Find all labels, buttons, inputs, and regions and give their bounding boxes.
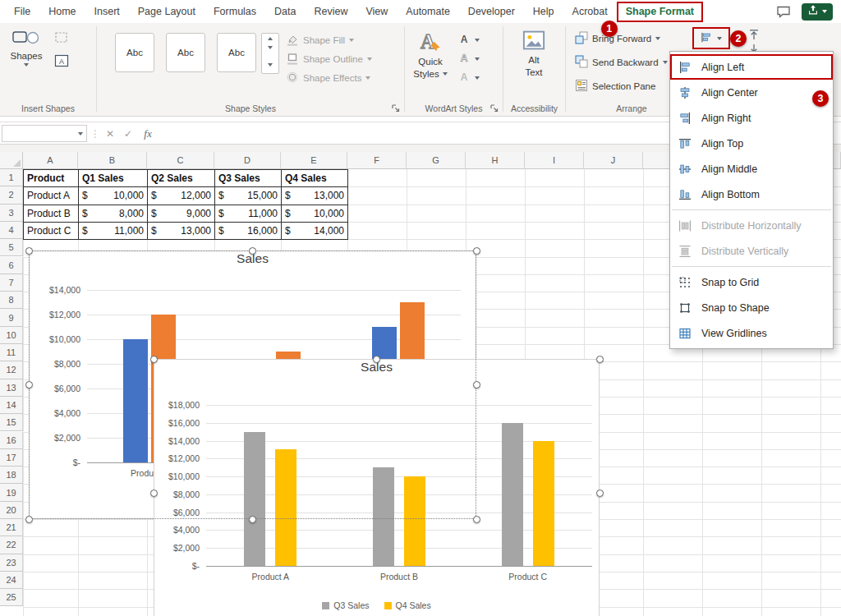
cell-E1[interactable]: Q4 Sales <box>282 170 348 187</box>
cell-D1[interactable]: Q3 Sales <box>215 170 282 187</box>
row-header-6[interactable]: 6 <box>0 257 23 274</box>
dialog-launcher-icon[interactable] <box>488 102 499 113</box>
ribbon-tab-automate[interactable]: Automate <box>397 2 459 22</box>
ribbon-tab-acrobat[interactable]: Acrobat <box>563 2 617 22</box>
menu-item-align-center[interactable]: Align Center <box>670 80 833 105</box>
row-header-18[interactable]: 18 <box>0 467 23 484</box>
ribbon-tab-formulas[interactable]: Formulas <box>205 2 265 22</box>
cell-B4[interactable]: $11,000 <box>79 223 148 240</box>
cell-A4[interactable]: Product C <box>24 223 79 240</box>
cell-A3[interactable]: Product B <box>24 205 79 223</box>
row-header-9[interactable]: 9 <box>0 309 23 326</box>
insert-function-button[interactable]: fx <box>138 125 158 142</box>
text-outline-button[interactable]: A <box>457 50 480 67</box>
cell-C1[interactable]: Q2 Sales <box>148 170 215 187</box>
selection-handle-chart-1[interactable] <box>25 381 33 388</box>
selection-handle-chart-2[interactable] <box>150 356 158 363</box>
comments-button[interactable] <box>774 3 793 20</box>
cell-B1[interactable]: Q1 Sales <box>79 170 148 187</box>
ribbon-tab-insert[interactable]: Insert <box>85 2 129 22</box>
menu-item-align-left[interactable]: Align Left <box>670 54 833 80</box>
menu-item-align-top[interactable]: Align Top <box>670 131 833 156</box>
align-objects-button[interactable] <box>695 30 728 47</box>
shapes-button[interactable]: Shapes <box>5 29 48 67</box>
gallery-scroll[interactable] <box>261 33 279 74</box>
cell-A2[interactable]: Product A <box>24 187 79 205</box>
cell-D3[interactable]: $11,000 <box>215 205 282 223</box>
selection-handle-chart-1[interactable] <box>249 247 256 255</box>
chart-2[interactable]: Sales$-$2,000$4,000$6,000$8,000$10,000$1… <box>154 359 600 616</box>
column-header-G[interactable]: G <box>407 152 466 169</box>
cancel-button[interactable]: ✕ <box>102 125 118 142</box>
cell-C4[interactable]: $13,000 <box>148 223 215 240</box>
ribbon-tab-review[interactable]: Review <box>305 2 356 22</box>
row-header-20[interactable]: 20 <box>0 502 23 519</box>
ribbon-tab-page-layout[interactable]: Page Layout <box>129 2 205 22</box>
column-header-B[interactable]: B <box>78 152 147 169</box>
bar-product-c-q4-sales[interactable] <box>533 441 554 566</box>
bring-forward-button[interactable]: Bring Forward <box>575 30 660 47</box>
row-header-24[interactable]: 24 <box>0 572 23 589</box>
selection-handle-chart-2[interactable] <box>150 490 158 497</box>
cell-E2[interactable]: $13,000 <box>282 187 348 205</box>
cell-A1[interactable]: Product <box>24 170 79 187</box>
menu-item-snap-to-shape[interactable]: Snap to Shape <box>670 295 833 320</box>
row-header-19[interactable]: 19 <box>0 484 23 501</box>
bar-product-a-q4-sales[interactable] <box>275 449 296 566</box>
cell-D4[interactable]: $16,000 <box>215 223 282 240</box>
ribbon-tab-shape-format[interactable]: Shape Format1 <box>617 2 703 22</box>
row-header-5[interactable]: 5 <box>0 239 23 256</box>
alt-text-button[interactable]: Alt Text <box>515 30 553 77</box>
cell-E3[interactable]: $10,000 <box>282 205 348 223</box>
column-header-D[interactable]: D <box>214 152 281 169</box>
menu-item-snap-to-grid[interactable]: Snap to Grid <box>670 269 833 295</box>
bar-product-c-q3-sales[interactable] <box>502 423 523 566</box>
row-header-1[interactable]: 1 <box>0 169 23 186</box>
gallery-more-icon[interactable] <box>268 55 273 70</box>
column-header-I[interactable]: I <box>525 152 584 169</box>
row-header-15[interactable]: 15 <box>0 414 23 431</box>
selection-handle-chart-1[interactable] <box>249 516 256 523</box>
menu-item-align-right[interactable]: Align Right <box>670 105 833 131</box>
bar-product-a-q3-sales[interactable] <box>244 432 265 566</box>
row-header-16[interactable]: 16 <box>0 432 23 449</box>
bar-product-a-q1-sales[interactable] <box>123 339 148 462</box>
row-header-3[interactable]: 3 <box>0 205 23 222</box>
text-effects-button[interactable]: A <box>457 69 480 86</box>
shape-style-preset[interactable]: Abc <box>115 33 154 72</box>
selection-handle-chart-2[interactable] <box>596 490 604 497</box>
marquee-select-icon[interactable] <box>54 31 69 48</box>
selection-handle-chart-2[interactable] <box>373 356 380 363</box>
menu-item-align-bottom[interactable]: Align Bottom <box>670 182 833 207</box>
ribbon-tab-data[interactable]: Data <box>265 2 305 22</box>
row-header-11[interactable]: 11 <box>0 344 23 361</box>
row-header-23[interactable]: 23 <box>0 554 23 572</box>
column-header-H[interactable]: H <box>466 152 525 169</box>
column-header-J[interactable]: J <box>584 152 643 169</box>
cell-E4[interactable]: $14,000 <box>282 223 348 240</box>
row-header-12[interactable]: 12 <box>0 361 23 379</box>
ribbon-tab-file[interactable]: File <box>5 2 39 22</box>
column-header-E[interactable]: E <box>281 152 347 169</box>
bar-product-b-q4-sales[interactable] <box>404 476 425 566</box>
legend-item[interactable]: Q3 Sales <box>322 600 369 610</box>
ribbon-tab-view[interactable]: View <box>356 2 397 22</box>
gallery-up-icon[interactable] <box>268 37 273 40</box>
dialog-launcher-icon[interactable] <box>389 102 401 113</box>
cell-B2[interactable]: $10,000 <box>79 187 148 205</box>
row-header-2[interactable]: 2 <box>0 186 23 204</box>
ribbon-tab-home[interactable]: Home <box>39 2 85 22</box>
selection-handle-chart-1[interactable] <box>473 516 480 523</box>
row-header-22[interactable]: 22 <box>0 536 23 554</box>
row-header-8[interactable]: 8 <box>0 292 23 309</box>
row-header-7[interactable]: 7 <box>0 274 23 292</box>
row-header-4[interactable]: 4 <box>0 222 23 239</box>
selection-handle-chart-1[interactable] <box>25 247 33 255</box>
row-header-21[interactable]: 21 <box>0 519 23 536</box>
row-header-10[interactable]: 10 <box>0 327 23 344</box>
enter-button[interactable]: ✓ <box>120 125 136 142</box>
cell-B3[interactable]: $8,000 <box>79 205 148 223</box>
legend-item[interactable]: Q4 Sales <box>384 600 431 610</box>
cell-D2[interactable]: $15,000 <box>215 187 282 205</box>
selection-handle-chart-1[interactable] <box>473 247 480 255</box>
